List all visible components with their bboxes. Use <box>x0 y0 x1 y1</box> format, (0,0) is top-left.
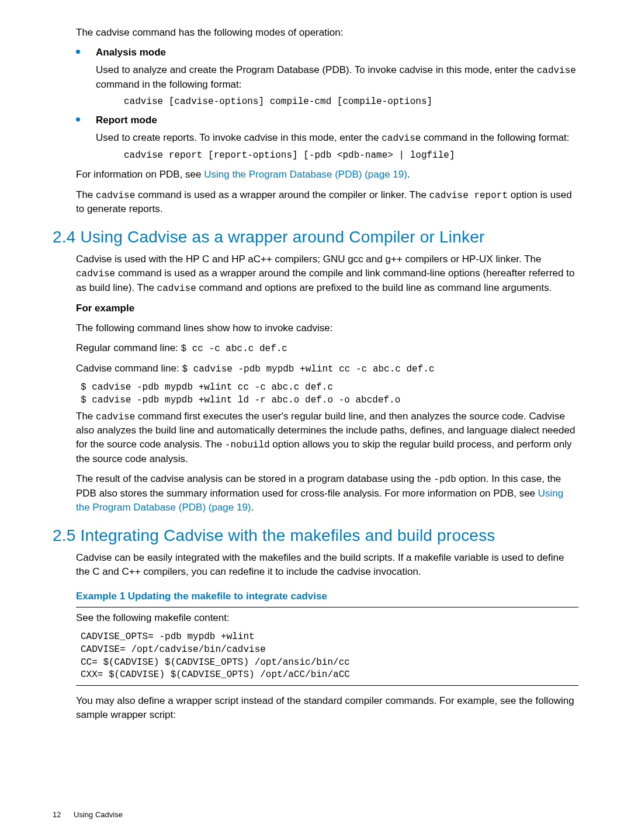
label: Regular command line: <box>76 342 181 353</box>
cadvise-cmd-line: Cadvise command line: $ cadvise -pdb myp… <box>76 362 578 376</box>
text: Used to analyze and create the Program D… <box>96 64 537 75</box>
inline-code: cadvise <box>382 133 421 144</box>
section-2-4-title: 2.4 Using Cadvise as a wrapper around Co… <box>53 225 578 249</box>
footer-section: Using Cadvise <box>74 810 123 819</box>
inline-code: cadvise <box>96 412 135 422</box>
modes-lead: The cadvise command has the following mo… <box>76 26 578 40</box>
text: The <box>76 411 96 422</box>
s25-para2: You may also define a wrapper script ins… <box>76 694 578 722</box>
example-1-title: Example 1 Updating the makefile to integ… <box>76 589 578 603</box>
inline-code: cadvise <box>157 283 196 294</box>
regular-cmd-line: Regular command line: $ cc -c abc.c def.… <box>76 341 578 356</box>
mode-item-report: Report mode Used to create reports. To i… <box>76 113 578 162</box>
pdb-link[interactable]: Using the Program Database (PDB) (page 1… <box>204 169 407 180</box>
text: . <box>407 169 410 180</box>
bullet-icon <box>76 117 80 122</box>
text: The <box>76 189 96 200</box>
text: command and options are prefixed to the … <box>196 282 552 293</box>
cmd-intro: The following command lines show how to … <box>76 321 578 335</box>
inline-code: -nobuild <box>225 440 270 450</box>
mode-title: Analysis mode <box>96 46 578 60</box>
mode-report-command: cadvise report [report-options] [-pdb <p… <box>124 149 578 162</box>
modes-list: Analysis mode Used to analyze and create… <box>76 46 578 162</box>
cadvise-block-commands: $ cadvise -pdb mypdb +wlint cc -c abc.c … <box>81 381 578 407</box>
text: command in the following format: <box>96 79 241 90</box>
command: $ cc -c abc.c def.c <box>181 343 287 354</box>
pdb-info-para: For information on PDB, see Using the Pr… <box>76 168 578 182</box>
mode-analysis-desc: Used to analyze and create the Program D… <box>96 63 578 92</box>
page-number: 12 <box>53 810 61 820</box>
inline-code: cadvise <box>537 65 576 76</box>
s24-para3: The result of the cadvise analysis can b… <box>76 472 578 515</box>
section-2-5-title: 2.5 Integrating Cadvise with the makefil… <box>53 524 578 547</box>
text: For information on PDB, see <box>76 169 204 180</box>
makefile-content: CADVISE_OPTS= -pdb mypdb +wlint CADVISE=… <box>81 631 578 681</box>
mode-report-desc: Used to create reports. To invoke cadvis… <box>96 131 578 145</box>
bullet-icon <box>76 50 80 54</box>
inline-code: cadvise <box>76 269 115 279</box>
page-footer: 12 Using Cadvise <box>53 810 123 820</box>
text: . <box>251 502 254 513</box>
command: $ cadvise -pdb mypdb +wlint cc -c abc.c … <box>182 364 434 374</box>
s24-para1: Cadvise is used with the HP C and HP aC+… <box>76 252 578 296</box>
s25-para1: Cadvise can be easily integrated with th… <box>76 551 578 579</box>
mode-title: Report mode <box>96 113 578 127</box>
mode-analysis-command: cadvise [cadvise-options] compile-cmd [c… <box>124 95 578 109</box>
mode-item-analysis: Analysis mode Used to analyze and create… <box>76 46 578 109</box>
divider <box>76 607 578 608</box>
text: command is used as a wrapper around the … <box>135 189 429 200</box>
inline-code: cadvise report <box>429 190 508 201</box>
document-page: The cadvise command has the following mo… <box>0 0 631 840</box>
wrapper-sentence: The cadvise command is used as a wrapper… <box>76 188 578 217</box>
text: Cadvise is used with the HP C and HP aC+… <box>76 254 542 265</box>
text: The result of the cadvise analysis can b… <box>76 473 434 484</box>
see-following: See the following makefile content: <box>76 611 578 625</box>
s24-para2: The cadvise command first executes the u… <box>76 409 578 467</box>
text: Used to create reports. To invoke cadvis… <box>96 132 382 143</box>
inline-code: -pdb <box>434 474 456 485</box>
text: command in the following format: <box>421 132 569 143</box>
divider <box>76 685 578 686</box>
for-example-heading: For example <box>76 301 578 315</box>
label: Cadvise command line: <box>76 363 182 374</box>
inline-code: cadvise <box>96 190 135 201</box>
